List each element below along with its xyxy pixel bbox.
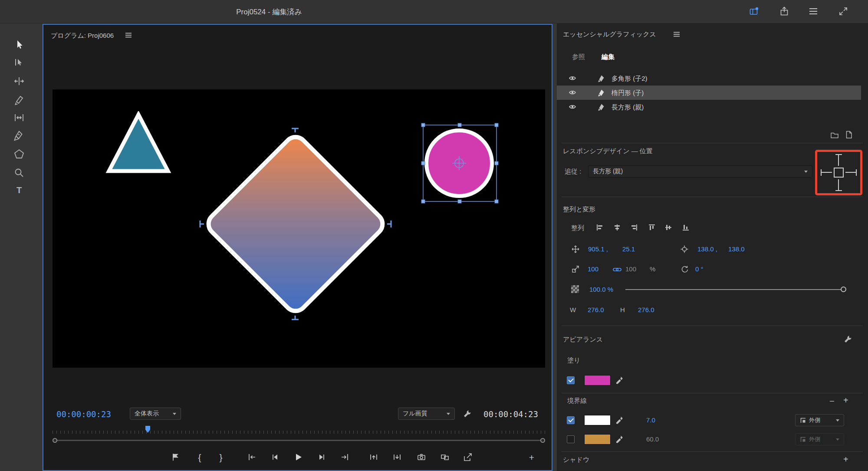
height-label: H: [620, 306, 625, 313]
step-forward-icon[interactable]: [317, 452, 327, 463]
anchor-x-value[interactable]: 138.0 ,: [697, 245, 717, 253]
shape-ellipse-selected[interactable]: [424, 128, 494, 198]
fill-color-swatch[interactable]: [584, 375, 611, 385]
program-panel-menu-icon[interactable]: [125, 32, 132, 38]
new-layer-icon[interactable]: [845, 130, 853, 139]
remove-stroke-button[interactable]: −: [829, 397, 835, 405]
follow-parent-dropdown[interactable]: 長方形 (親): [588, 165, 812, 178]
opacity-slider-track[interactable]: [625, 289, 844, 290]
link-scale-icon[interactable]: [613, 267, 621, 273]
align-bottom-icon[interactable]: [682, 224, 690, 231]
program-panel-title: プログラム: Proj0606: [51, 32, 114, 40]
eye-icon[interactable]: [569, 89, 576, 96]
layer-row-ellipse-selected[interactable]: 楕円形 (子): [557, 86, 861, 100]
zoom-track: [55, 440, 542, 441]
anchor-y-value[interactable]: 138.0: [728, 245, 745, 253]
shadow-title: シャドウ: [563, 456, 589, 464]
fill-checkbox[interactable]: [567, 376, 575, 384]
eye-icon[interactable]: [569, 75, 576, 81]
stroke2-width-value[interactable]: 60.0: [646, 435, 659, 443]
go-to-out-icon[interactable]: [340, 452, 350, 463]
stroke1-eyedropper-icon[interactable]: [615, 415, 624, 424]
height-value[interactable]: 276.0: [638, 306, 654, 313]
selection-tool[interactable]: [13, 40, 25, 51]
zoom-handle-left[interactable]: [53, 438, 57, 443]
fullscreen-icon[interactable]: [838, 7, 848, 16]
mark-in-icon[interactable]: {: [195, 452, 204, 463]
align-right-icon[interactable]: [630, 224, 638, 231]
go-to-in-icon[interactable]: [247, 452, 256, 463]
add-marker-icon[interactable]: [171, 452, 180, 463]
step-back-icon[interactable]: [270, 452, 279, 463]
zoom-scrollbar[interactable]: [53, 438, 545, 443]
zoom-tool[interactable]: [13, 167, 25, 178]
playhead[interactable]: [145, 426, 150, 433]
lift-icon[interactable]: [369, 452, 378, 463]
workspace-icon[interactable]: [749, 7, 760, 17]
width-value[interactable]: 276.0: [588, 306, 604, 313]
export-media-icon[interactable]: [463, 452, 473, 463]
stroke1-style-dropdown[interactable]: 外側: [795, 414, 844, 426]
layer-row-rectangle[interactable]: 長方形 (親): [557, 100, 861, 114]
shape-diamond[interactable]: [201, 129, 390, 319]
divider: [561, 451, 863, 452]
slip-tool[interactable]: [13, 112, 25, 123]
stroke2-color-swatch[interactable]: [584, 434, 611, 445]
rotation-value[interactable]: 0 °: [695, 265, 704, 273]
position-y-value[interactable]: 25.1: [622, 245, 635, 253]
stroke2-style-dropdown[interactable]: 外側: [795, 433, 844, 445]
stroke1-color-swatch[interactable]: [584, 415, 611, 425]
stroke1-width-value[interactable]: 7.0: [646, 416, 655, 424]
align-center-v-icon[interactable]: [664, 224, 672, 231]
monitor-settings-wrench-icon[interactable]: [463, 409, 471, 418]
scale-x-value[interactable]: 100: [588, 265, 598, 273]
time-ruler[interactable]: [53, 425, 545, 434]
scale-y-value[interactable]: 100: [625, 265, 636, 273]
position-x-value[interactable]: 905.1 ,: [588, 245, 608, 253]
app-menu-icon[interactable]: [809, 7, 818, 16]
panel-title: エッセンシャルグラフィックス: [563, 30, 656, 39]
pen-layer-icon: [598, 89, 605, 96]
divider: [561, 143, 863, 143]
stroke2-checkbox[interactable]: [567, 435, 575, 443]
appearance-wrench-icon[interactable]: [843, 335, 852, 343]
ripple-edit-tool[interactable]: [13, 76, 25, 87]
align-top-icon[interactable]: [648, 224, 656, 231]
layer-row-polygon[interactable]: 多角形 (子2): [557, 71, 861, 86]
stroke-align-icon: [800, 436, 806, 443]
play-button-icon[interactable]: [293, 452, 303, 463]
button-editor-add-icon[interactable]: +: [527, 452, 536, 463]
opacity-value[interactable]: 100.0 %: [589, 286, 613, 293]
align-left-icon[interactable]: [596, 224, 604, 231]
mark-out-icon[interactable]: }: [216, 452, 226, 463]
stroke2-eyedropper-icon[interactable]: [615, 435, 624, 443]
video-canvas[interactable]: [53, 89, 545, 368]
eye-icon[interactable]: [569, 104, 576, 110]
stroke1-checkbox[interactable]: [567, 416, 575, 424]
align-center-h-icon[interactable]: [613, 224, 621, 231]
add-shadow-button[interactable]: +: [843, 455, 848, 464]
fill-eyedropper-icon[interactable]: [615, 375, 624, 384]
zoom-handle-right[interactable]: [540, 438, 545, 443]
tab-browse[interactable]: 参照: [572, 53, 585, 61]
add-stroke-button[interactable]: +: [843, 396, 848, 405]
export-frame-camera-icon[interactable]: [417, 452, 426, 463]
playback-quality-dropdown[interactable]: フル画質: [398, 408, 455, 420]
fit-zoom-dropdown[interactable]: 全体表示: [130, 408, 181, 420]
type-tool[interactable]: T: [13, 185, 25, 197]
new-folder-icon[interactable]: [830, 131, 839, 139]
track-select-tool[interactable]: [13, 57, 25, 69]
stroke-label: 境界線: [567, 397, 587, 405]
share-export-icon[interactable]: [779, 6, 789, 16]
razor-tool[interactable]: [13, 95, 25, 106]
panel-menu-icon[interactable]: [673, 31, 680, 37]
current-timecode[interactable]: 00:00:00:23: [56, 409, 111, 419]
shape-tool[interactable]: [13, 148, 25, 160]
comparison-view-icon[interactable]: [440, 452, 450, 463]
tab-edit[interactable]: 編集: [602, 53, 615, 61]
divider: [561, 393, 863, 393]
opacity-slider-knob[interactable]: [841, 287, 846, 292]
shape-triangle[interactable]: [105, 111, 172, 175]
pen-tool[interactable]: [13, 130, 25, 142]
extract-icon[interactable]: [392, 452, 402, 463]
